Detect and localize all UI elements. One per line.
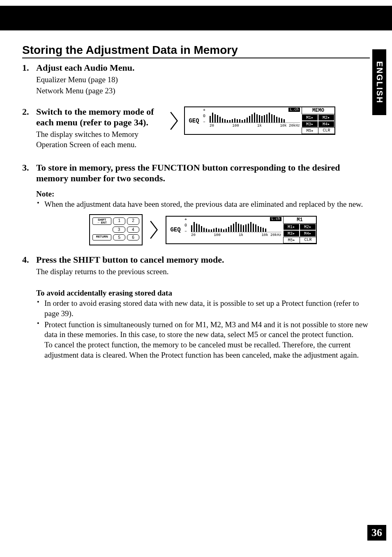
- figure-step3: SHIFT ← ENT 1 2 3 4 RETURN 5 6: [36, 214, 370, 245]
- eq-bar: [223, 229, 224, 232]
- mem-cell-m4: M4▸: [318, 121, 334, 127]
- eq-bar: [263, 228, 264, 232]
- lcd-graph: L.ch + 0 – 20 100 1k 10k 20k: [203, 107, 302, 134]
- eq-bar: [206, 229, 207, 232]
- y-minus: –: [184, 229, 187, 235]
- shift-button-diagram: SHIFT ← ENT: [92, 217, 111, 225]
- step-3: 3. To store in memory, press the FUNCTIO…: [22, 162, 370, 246]
- eq-bar: [242, 120, 243, 122]
- eq-bar: [240, 224, 242, 232]
- avoid-heading: To avoid accidentally erasing stored dat…: [36, 289, 370, 298]
- eq-bar: [247, 118, 248, 122]
- eq-bar: [213, 229, 214, 232]
- eq-bar: [243, 225, 244, 232]
- arrow-icon: [147, 217, 161, 242]
- eq-bar: [232, 119, 233, 122]
- tick: 10k 20kHz: [280, 124, 300, 128]
- y-plus: +: [184, 217, 187, 223]
- label: RETURN: [93, 235, 111, 238]
- eq-bar: [234, 118, 235, 122]
- eq-bar: [274, 115, 275, 122]
- eq-bar: [256, 114, 258, 122]
- eq-bar: [284, 119, 285, 122]
- eq-bar: [253, 224, 254, 232]
- bullet-text: In order to avoid erasing stored data wi…: [44, 298, 370, 319]
- bullet-dot: •: [36, 199, 44, 210]
- bullet-text: Protect function is simultaneously turne…: [44, 320, 370, 361]
- mem-cell-m1: M1▸: [302, 114, 318, 121]
- eq-bar: [250, 222, 251, 232]
- return-button-diagram: RETURN: [92, 234, 111, 240]
- eq-bar: [279, 118, 280, 122]
- memory-side: M1 M1▸ M2▸ M3▸ M4▸ M5▸ CLR: [283, 217, 316, 243]
- page-content: Storing the Adjustment Data in Memory 1.…: [0, 30, 392, 360]
- tick: 1k: [257, 124, 262, 128]
- bullet-dot: •: [36, 320, 44, 361]
- m1-header: M1: [283, 217, 316, 224]
- eq-bar: [227, 120, 228, 122]
- x-ticks: 20 100 1k 10k 20kHz: [210, 124, 300, 128]
- eq-bar: [219, 117, 221, 122]
- y-zero: 0: [203, 114, 205, 120]
- eq-bar: [265, 229, 266, 232]
- eq-bar: [271, 114, 272, 122]
- bullet-dot: •: [36, 298, 44, 319]
- eq-bar: [201, 226, 202, 232]
- mem-cell-m4: M4▸: [300, 230, 316, 237]
- bullet: • In order to avoid erasing stored data …: [36, 298, 370, 319]
- eq-bar: [224, 119, 226, 122]
- step-4: 4. Press the SHIFT button to cancel memo…: [22, 254, 370, 360]
- step-text: Equalizer Menu (page 18): [36, 75, 370, 85]
- step-2: 2. Switch to the memory mode of each men…: [22, 106, 370, 150]
- eq-bar: [235, 222, 237, 232]
- tick: 100: [232, 124, 239, 128]
- eq-bar: [203, 228, 205, 232]
- bullet: • Protect function is simultaneously tur…: [36, 320, 370, 361]
- step-heading: Press the SHIFT button to cancel memory …: [36, 254, 370, 265]
- eq-bar: [264, 115, 265, 122]
- mem-cell-m2: M2▸: [300, 224, 316, 230]
- lcd-graph: L.ch + 0 – 20 100 1k 10k 20kHz: [184, 217, 283, 243]
- lcd-mode-label: GEQ: [166, 217, 184, 243]
- mem-cell-clr: CLR: [300, 237, 316, 243]
- mem-cell-clr: CLR: [318, 127, 334, 134]
- eq-bar: [191, 225, 192, 232]
- note-heading: Note:: [36, 190, 370, 199]
- bullet: • When the adjustment data have been sto…: [36, 199, 370, 210]
- step-text: Network Menu (page 23): [36, 86, 370, 96]
- header-tab: [35, 6, 80, 30]
- step-number: 1.: [22, 62, 36, 96]
- panel-btn-3: 3: [113, 226, 125, 233]
- eq-bar: [222, 118, 223, 122]
- eq-bars: [191, 217, 281, 232]
- y-plus: +: [203, 108, 205, 114]
- bullet-text: When the adjustment data have been store…: [44, 199, 370, 210]
- panel-btn-6: 6: [127, 234, 139, 240]
- eq-bar: [226, 229, 227, 232]
- eq-bar: [245, 224, 247, 232]
- eq-bar: [208, 229, 210, 232]
- step-1: 1. Adjust each Audio Menu. Equalizer Men…: [22, 62, 370, 96]
- arrow-icon: [167, 109, 182, 133]
- eq-bar: [196, 224, 197, 232]
- lcd-display-memo: GEQ L.ch + 0 – 20 100: [184, 106, 335, 135]
- eq-bars: [210, 108, 300, 123]
- eq-bar: [210, 116, 211, 122]
- eq-bar: [266, 114, 267, 122]
- eq-bar: [238, 224, 239, 232]
- eq-bar: [255, 224, 256, 232]
- memo-header: MEMO: [302, 107, 334, 114]
- y-markers: + 0 –: [203, 108, 205, 125]
- tick: 10k 20kHz: [261, 233, 281, 237]
- eq-bar: [211, 229, 212, 232]
- mem-cell-m1: M1▸: [283, 224, 300, 230]
- x-ticks: 20 100 1k 10k 20kHz: [191, 233, 281, 237]
- step-text: The display switches to Memory Operation…: [36, 129, 159, 150]
- y-zero: 0: [184, 223, 187, 229]
- eq-bar: [214, 114, 216, 122]
- eq-bar: [228, 227, 229, 232]
- eq-bar: [198, 224, 200, 232]
- tick: 1k: [239, 233, 243, 237]
- eq-bar: [251, 114, 253, 122]
- eq-bar: [258, 226, 259, 232]
